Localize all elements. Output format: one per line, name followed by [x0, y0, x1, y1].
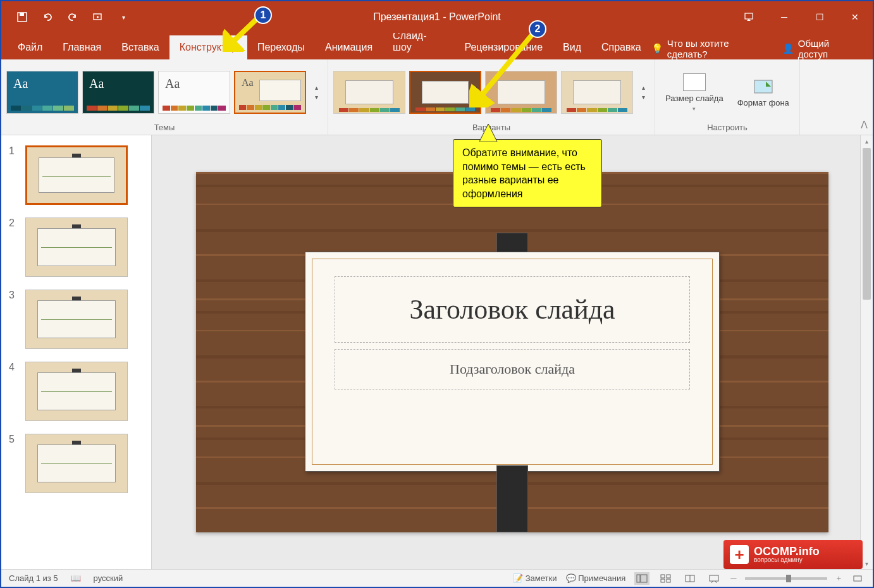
close-button[interactable]: ✕ [837, 1, 873, 33]
slide-thumbnail-2[interactable]: 2 [9, 217, 144, 277]
svg-rect-16 [854, 576, 861, 581]
workarea: 1 2 3 4 [1, 135, 873, 569]
share-icon: 👤 [782, 43, 794, 54]
undo-button[interactable] [39, 9, 56, 25]
qat-customize-dropdown[interactable]: ▾ [115, 9, 132, 25]
watermark: + OCOMP.info вопросы админу [723, 540, 863, 569]
slide-counter[interactable]: Слайд 1 из 5 [9, 573, 58, 583]
svg-rect-6 [641, 575, 647, 582]
theme-option-1[interactable]: Aa [6, 71, 78, 114]
tab-view[interactable]: Вид [553, 35, 591, 59]
save-button[interactable] [14, 9, 30, 25]
tab-file[interactable]: Файл [8, 35, 52, 59]
tell-me-search[interactable]: 💡 Что вы хотите сделать? [651, 38, 770, 59]
ribbon: Aa Aa Aa Aa ▴▾ Темы ▴▾ Варианты Размер с… [1, 59, 873, 135]
start-from-beginning-button[interactable] [90, 9, 106, 25]
slideshow-view-button[interactable] [706, 572, 722, 585]
language-indicator[interactable]: русский [94, 573, 123, 583]
comments-button[interactable]: 💬 Примечания [566, 573, 626, 583]
tab-insert[interactable]: Вставка [111, 35, 169, 59]
slide-card: Заголовок слайда Подзаголовок слайда [305, 252, 720, 472]
annotation-callout: Обратите внимание, что помимо темы — ест… [453, 139, 602, 207]
watermark-title: OCOMP.info [754, 546, 820, 557]
window-controls: ─ ☐ ✕ [731, 1, 873, 33]
zoom-slider[interactable] [745, 577, 827, 580]
variant-option-4[interactable] [561, 71, 633, 114]
format-bg-icon [752, 78, 775, 95]
callout-tail [479, 124, 505, 142]
slide-canvas: Заголовок слайда Подзаголовок слайда [196, 172, 828, 532]
scrollbar-thumb[interactable] [863, 148, 871, 300]
slides-panel[interactable]: 1 2 3 4 [1, 135, 152, 569]
themes-group: Aa Aa Aa Aa ▴▾ Темы [1, 59, 328, 135]
svg-rect-8 [667, 575, 670, 578]
maximize-button[interactable]: ☐ [802, 1, 837, 33]
tab-home[interactable]: Главная [52, 35, 111, 59]
annotation-arrow-2 [469, 32, 539, 107]
themes-group-label: Темы [6, 121, 323, 133]
minimize-button[interactable]: ─ [766, 1, 802, 33]
slide-size-icon [683, 73, 706, 91]
themes-more-button[interactable]: ▴▾ [310, 84, 323, 101]
lightbulb-icon: 💡 [651, 43, 663, 54]
annotation-badge-2: 2 [529, 20, 546, 38]
quick-access-toolbar: ▾ [1, 9, 132, 25]
slide-thumbnail-3[interactable]: 3 [9, 290, 144, 349]
collapse-ribbon-button[interactable]: ᐱ [855, 59, 873, 135]
svg-rect-1 [20, 13, 24, 16]
theme-option-2[interactable]: Aa [82, 71, 154, 114]
slide-thumbnail-4[interactable]: 4 [9, 362, 144, 421]
svg-rect-7 [661, 575, 665, 578]
annotation-badge-1: 1 [254, 6, 272, 24]
share-button[interactable]: 👤 Общий доступ [782, 38, 860, 59]
reading-view-button[interactable] [682, 572, 698, 585]
ribbon-tabs: Файл Главная Вставка Конструктор Переход… [1, 33, 873, 59]
format-background-button[interactable]: Формат фона [732, 75, 794, 110]
titlebar: ▾ Презентация1 - PowerPoint ─ ☐ ✕ [1, 1, 873, 33]
tab-help[interactable]: Справка [591, 35, 651, 59]
customize-group-label: Настроить [660, 121, 794, 133]
svg-rect-3 [745, 13, 753, 19]
svg-rect-9 [661, 579, 665, 582]
tab-animations[interactable]: Анимация [315, 35, 383, 59]
window-title: Презентация1 - PowerPoint [373, 11, 501, 23]
watermark-plus-icon: + [730, 545, 749, 564]
theme-option-4[interactable]: Aa [234, 71, 306, 114]
theme-option-3[interactable]: Aa [158, 71, 230, 114]
vertical-scrollbar[interactable]: ▴ ▾ [860, 135, 873, 569]
svg-rect-10 [667, 579, 670, 582]
slide-clip-bottom [496, 465, 528, 532]
slide-thumbnail-5[interactable]: 5 [9, 434, 144, 493]
ribbon-options-button[interactable] [731, 1, 766, 33]
variants-more-button[interactable]: ▴▾ [637, 84, 649, 101]
svg-rect-5 [637, 575, 640, 582]
statusbar: Слайд 1 из 5 📖 русский 📝 Заметки 💬 Приме… [1, 569, 873, 587]
spellcheck-icon[interactable]: 📖 [71, 573, 81, 583]
slide-size-button[interactable]: Размер слайда ▾ [660, 71, 729, 114]
sorter-view-button[interactable] [658, 572, 674, 585]
redo-button[interactable] [65, 9, 81, 25]
slide-thumbnail-1[interactable]: 1 [9, 145, 144, 205]
notes-button[interactable]: 📝 Заметки [513, 573, 557, 583]
variant-option-1[interactable] [333, 71, 405, 114]
fit-to-window-button[interactable] [850, 572, 865, 585]
customize-group: Размер слайда ▾ Формат фона Настроить [655, 59, 800, 135]
watermark-subtitle: вопросы админу [754, 557, 820, 563]
svg-rect-13 [710, 575, 718, 581]
normal-view-button[interactable] [634, 572, 649, 585]
